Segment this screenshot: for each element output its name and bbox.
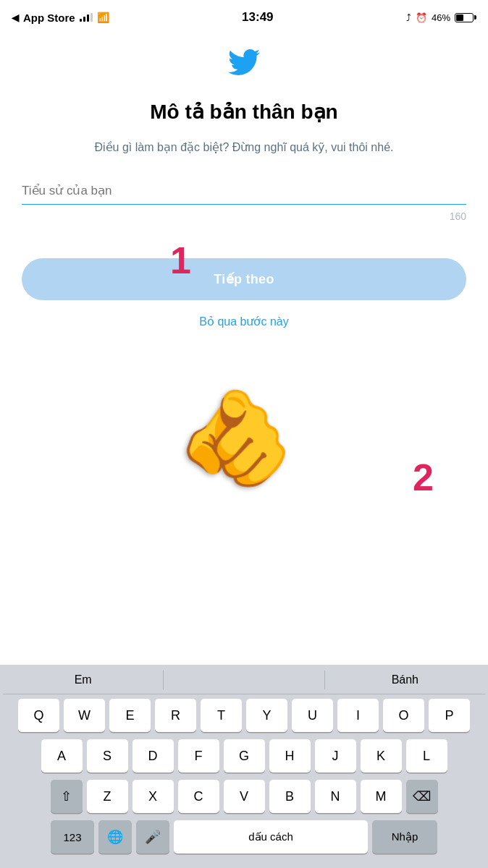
key-k[interactable]: K <box>361 739 402 773</box>
key-d[interactable]: D <box>132 739 174 773</box>
key-m[interactable]: M <box>361 780 402 813</box>
key-e[interactable]: E <box>109 699 151 732</box>
app-store-label: App Store <box>23 12 75 24</box>
alarm-icon: ⏰ <box>416 12 427 23</box>
key-v[interactable]: V <box>224 780 265 813</box>
annotation-step-2: 2 <box>413 456 434 499</box>
key-s[interactable]: S <box>87 739 128 773</box>
keyboard-suggestions: Em Bánh <box>3 671 485 694</box>
status-right: ⤴ ⏰ 46% <box>406 12 474 23</box>
battery-percent: 46% <box>432 12 450 23</box>
delete-key[interactable]: ⌫ <box>406 780 438 813</box>
microphone-key[interactable]: 🎤 <box>136 820 169 854</box>
key-q[interactable]: Q <box>18 699 59 732</box>
keyboard: Em Bánh Q W E R T Y U I O P A S D F G H … <box>0 665 488 868</box>
bio-input[interactable] <box>22 178 466 205</box>
suggestion-banh[interactable]: Bánh <box>325 671 485 689</box>
key-g[interactable]: G <box>224 739 265 773</box>
suggestion-em[interactable]: Em <box>3 671 164 689</box>
twitter-logo <box>228 46 260 78</box>
keyboard-row-3: ⇧ Z X C V B N M ⌫ <box>3 780 485 813</box>
skip-link[interactable]: Bỏ qua bước này <box>199 315 288 328</box>
space-key[interactable]: dấu cách <box>174 820 368 854</box>
key-n[interactable]: N <box>315 780 356 813</box>
key-j[interactable]: J <box>315 739 356 773</box>
signal-bar-1 <box>80 19 82 22</box>
key-y[interactable]: Y <box>246 699 287 732</box>
key-r[interactable]: R <box>155 699 196 732</box>
char-count: 160 <box>22 210 466 222</box>
status-bar: ◀ App Store 📶 13:49 ⤴ ⏰ 46% <box>0 0 488 32</box>
numbers-key[interactable]: 123 <box>51 820 94 854</box>
key-a[interactable]: A <box>41 739 83 773</box>
key-o[interactable]: O <box>383 699 424 732</box>
enter-key[interactable]: Nhập <box>372 820 437 854</box>
page-title: Mô tả bản thân bạn <box>150 100 337 124</box>
next-button[interactable]: Tiếp theo <box>22 258 466 300</box>
keyboard-row-2: A S D F G H J K L <box>3 739 485 773</box>
suggestion-mid <box>164 671 324 689</box>
wifi-icon: 📶 <box>97 12 109 23</box>
signal-bar-3 <box>87 14 89 22</box>
status-left: ◀ App Store 📶 <box>12 12 109 24</box>
key-u[interactable]: U <box>292 699 333 732</box>
key-b[interactable]: B <box>269 780 311 813</box>
key-c[interactable]: C <box>178 780 219 813</box>
key-w[interactable]: W <box>64 699 105 732</box>
key-p[interactable]: P <box>429 699 470 732</box>
battery-icon <box>455 13 474 22</box>
annotation-step-1: 1 <box>170 239 191 282</box>
globe-key[interactable]: 🌐 <box>98 820 132 854</box>
key-t[interactable]: T <box>201 699 242 732</box>
keyboard-row-1: Q W E R T Y U I O P <box>3 699 485 732</box>
key-h[interactable]: H <box>269 739 311 773</box>
signal-bar-2 <box>83 17 85 22</box>
shift-key[interactable]: ⇧ <box>51 780 83 813</box>
input-section: 160 <box>22 178 466 222</box>
status-time: 13:49 <box>242 10 273 25</box>
keyboard-row-4: 123 🌐 🎤 dấu cách Nhập <box>3 820 485 854</box>
main-content: Mô tả bản thân bạn Điều gì làm bạn đặc b… <box>0 32 488 328</box>
battery-fill <box>456 14 463 21</box>
hand-cursor-icon: 🫵 <box>177 391 295 485</box>
key-f[interactable]: F <box>178 739 219 773</box>
back-arrow: ◀ <box>12 12 19 23</box>
twitter-bird-icon <box>228 46 260 78</box>
key-x[interactable]: X <box>132 780 174 813</box>
signal-bar-4 <box>91 13 93 22</box>
key-l[interactable]: L <box>406 739 447 773</box>
page-subtitle: Điều gì làm bạn đặc biệt? Đừng nghĩ quá … <box>88 139 401 156</box>
key-i[interactable]: I <box>337 699 379 732</box>
location-icon: ⤴ <box>406 12 411 23</box>
key-z[interactable]: Z <box>87 780 128 813</box>
signal-bars <box>80 13 93 22</box>
